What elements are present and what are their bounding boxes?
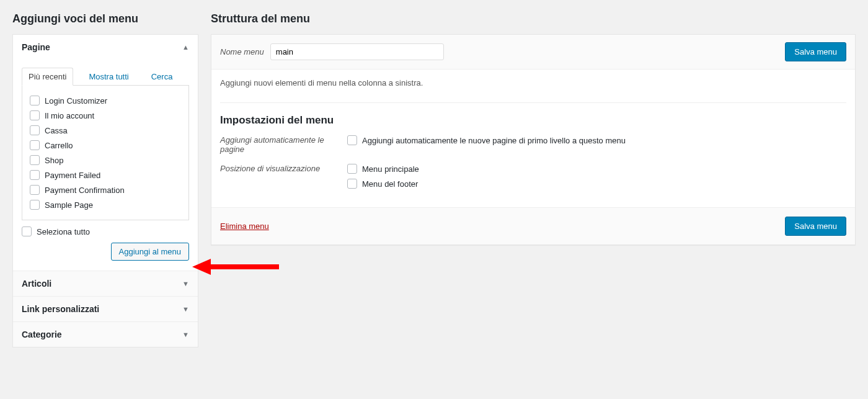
position-main-option[interactable]: Menu principale: [347, 164, 419, 174]
accordion-label: Categorie: [22, 330, 62, 339]
chevron-up-icon: ▲: [182, 43, 189, 51]
checkbox[interactable]: [30, 140, 40, 150]
select-all-row[interactable]: Seleziona tutto: [22, 220, 189, 240]
list-item[interactable]: Payment Failed: [30, 168, 181, 182]
accordion-label: Articoli: [22, 279, 51, 289]
accordion-label: Pagine: [22, 42, 50, 52]
tabs: Più recenti Mostra tutti Cerca: [22, 67, 189, 86]
accordion-label: Link personalizzati: [22, 304, 99, 314]
list-item[interactable]: Il mio account: [30, 108, 181, 123]
settings-heading: Impostazioni del menu: [220, 114, 846, 127]
add-items-heading: Aggiungi voci del menu: [12, 12, 198, 25]
tab-recent[interactable]: Più recenti: [22, 68, 73, 86]
auto-add-label: Aggiungi automaticamente le pagine: [220, 135, 335, 154]
list-item[interactable]: Carrello: [30, 138, 181, 153]
save-menu-button-top[interactable]: Salva menu: [785, 42, 846, 61]
save-menu-button-bottom[interactable]: Salva menu: [785, 217, 846, 236]
checkbox[interactable]: [30, 200, 40, 210]
position-footer-option[interactable]: Menu del footer: [347, 179, 419, 189]
checkbox[interactable]: [30, 96, 40, 105]
menu-panel: Nome menu Salva menu Aggiungi nuovi elem…: [211, 34, 856, 245]
accordion-header-categorie[interactable]: Categorie ▼: [13, 322, 198, 347]
checkbox[interactable]: [30, 155, 40, 165]
list-item[interactable]: Payment Confirmation: [30, 182, 181, 197]
checkbox[interactable]: [30, 110, 40, 120]
chevron-down-icon: ▼: [182, 331, 189, 338]
accordion-header-pagine[interactable]: Pagine ▲: [13, 35, 198, 60]
structure-heading: Struttura del menu: [211, 12, 856, 25]
list-item[interactable]: Shop: [30, 153, 181, 168]
list-item[interactable]: Cassa: [30, 123, 181, 138]
tab-all[interactable]: Mostra tutti: [82, 68, 135, 86]
tab-search[interactable]: Cerca: [144, 68, 180, 86]
help-text: Aggiungi nuovi elementi di menu nella co…: [220, 78, 846, 87]
checkbox[interactable]: [30, 125, 40, 135]
accordion-header-articoli[interactable]: Articoli ▼: [13, 271, 198, 296]
menu-name-label: Nome menu: [220, 47, 264, 56]
menu-name-input[interactable]: [270, 43, 444, 60]
checkbox[interactable]: [30, 185, 40, 195]
add-to-menu-button[interactable]: Aggiungi al menu: [111, 243, 189, 261]
delete-menu-link[interactable]: Elimina menu: [220, 222, 269, 231]
accordion-header-link[interactable]: Link personalizzati ▼: [13, 297, 198, 321]
checkbox[interactable]: [347, 164, 357, 174]
auto-add-option[interactable]: Aggiungi automaticamente le nuove pagine…: [347, 135, 626, 145]
checkbox[interactable]: [347, 179, 357, 189]
chevron-down-icon: ▼: [182, 305, 189, 313]
page-list: Login Customizer Il mio account Cassa Ca…: [30, 93, 181, 212]
checkbox[interactable]: [347, 135, 357, 145]
list-item[interactable]: Login Customizer: [30, 93, 181, 108]
checkbox[interactable]: [30, 170, 40, 180]
chevron-down-icon: ▼: [182, 280, 189, 287]
accordion-body-pagine: Più recenti Mostra tutti Cerca Login Cus…: [13, 60, 198, 271]
list-item[interactable]: Sample Page: [30, 197, 181, 212]
accordion: Pagine ▲ Più recenti Mostra tutti Cerca …: [12, 34, 198, 347]
checkbox[interactable]: [22, 226, 32, 236]
position-label: Posizione di visualizzazione: [220, 164, 335, 173]
